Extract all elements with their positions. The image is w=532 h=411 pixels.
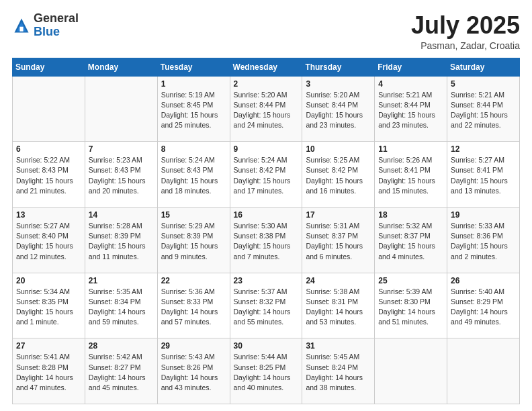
calendar-cell: 18Sunrise: 5:32 AMSunset: 8:37 PMDayligh…	[375, 207, 447, 273]
calendar-cell: 9Sunrise: 5:24 AMSunset: 8:42 PMDaylight…	[230, 142, 302, 208]
day-number: 6	[16, 144, 81, 154]
calendar-cell: 24Sunrise: 5:38 AMSunset: 8:31 PMDayligh…	[302, 273, 375, 338]
calendar-cell: 31Sunrise: 5:45 AMSunset: 8:24 PMDayligh…	[302, 338, 375, 404]
day-number: 30	[234, 341, 299, 351]
day-info: Sunrise: 5:38 AMSunset: 8:31 PMDaylight:…	[306, 287, 371, 328]
calendar-cell	[13, 76, 85, 142]
day-info: Sunrise: 5:19 AMSunset: 8:45 PMDaylight:…	[161, 90, 226, 131]
calendar-cell: 11Sunrise: 5:26 AMSunset: 8:41 PMDayligh…	[375, 142, 447, 208]
col-wednesday: Wednesday	[230, 58, 302, 76]
day-info: Sunrise: 5:36 AMSunset: 8:33 PMDaylight:…	[161, 287, 226, 328]
calendar-week-5: 27Sunrise: 5:41 AMSunset: 8:28 PMDayligh…	[13, 338, 520, 404]
col-sunday: Sunday	[13, 58, 85, 76]
col-thursday: Thursday	[302, 58, 375, 76]
day-number: 1	[161, 79, 226, 89]
calendar-cell: 3Sunrise: 5:20 AMSunset: 8:44 PMDaylight…	[302, 76, 375, 142]
calendar-cell: 7Sunrise: 5:23 AMSunset: 8:43 PMDaylight…	[85, 142, 157, 208]
day-number: 24	[306, 276, 371, 285]
calendar-cell: 16Sunrise: 5:30 AMSunset: 8:38 PMDayligh…	[230, 207, 302, 273]
day-info: Sunrise: 5:23 AMSunset: 8:43 PMDaylight:…	[89, 155, 154, 196]
location: Pasman, Zadar, Croatia	[411, 40, 520, 51]
day-number: 5	[451, 79, 516, 89]
calendar-cell: 30Sunrise: 5:44 AMSunset: 8:25 PMDayligh…	[230, 338, 302, 404]
day-number: 14	[89, 210, 154, 220]
day-number: 29	[161, 341, 226, 351]
day-number: 20	[16, 276, 81, 285]
day-info: Sunrise: 5:21 AMSunset: 8:44 PMDaylight:…	[378, 90, 443, 131]
day-info: Sunrise: 5:32 AMSunset: 8:37 PMDaylight:…	[378, 221, 443, 262]
day-number: 18	[378, 210, 443, 220]
calendar-cell: 29Sunrise: 5:43 AMSunset: 8:26 PMDayligh…	[157, 338, 230, 404]
logo-general-text: General	[34, 11, 79, 25]
day-info: Sunrise: 5:44 AMSunset: 8:25 PMDaylight:…	[234, 352, 299, 393]
day-number: 25	[378, 276, 443, 285]
day-info: Sunrise: 5:43 AMSunset: 8:26 PMDaylight:…	[161, 352, 226, 393]
day-info: Sunrise: 5:34 AMSunset: 8:35 PMDaylight:…	[16, 287, 81, 328]
calendar-cell: 28Sunrise: 5:42 AMSunset: 8:27 PMDayligh…	[85, 338, 157, 404]
header: General Blue July 2025 Pasman, Zadar, Cr…	[12, 12, 520, 51]
col-tuesday: Tuesday	[157, 58, 230, 76]
day-info: Sunrise: 5:33 AMSunset: 8:36 PMDaylight:…	[451, 221, 516, 262]
day-number: 8	[161, 144, 226, 154]
calendar-week-3: 13Sunrise: 5:27 AMSunset: 8:40 PMDayligh…	[13, 207, 520, 273]
logo-text: General Blue	[34, 12, 79, 39]
col-monday: Monday	[85, 58, 157, 76]
day-number: 13	[16, 210, 81, 220]
day-info: Sunrise: 5:42 AMSunset: 8:27 PMDaylight:…	[89, 352, 154, 393]
logo: General Blue	[12, 12, 79, 39]
day-number: 4	[378, 79, 443, 89]
calendar-cell: 12Sunrise: 5:27 AMSunset: 8:41 PMDayligh…	[447, 142, 520, 208]
calendar-cell: 14Sunrise: 5:28 AMSunset: 8:39 PMDayligh…	[85, 207, 157, 273]
day-number: 19	[451, 210, 516, 220]
day-info: Sunrise: 5:21 AMSunset: 8:44 PMDaylight:…	[451, 90, 516, 131]
svg-rect-2	[19, 27, 23, 32]
day-number: 31	[306, 341, 371, 351]
day-number: 27	[16, 341, 81, 351]
day-info: Sunrise: 5:27 AMSunset: 8:40 PMDaylight:…	[16, 221, 81, 262]
calendar-cell: 20Sunrise: 5:34 AMSunset: 8:35 PMDayligh…	[13, 273, 85, 338]
calendar-cell: 21Sunrise: 5:35 AMSunset: 8:34 PMDayligh…	[85, 273, 157, 338]
calendar-cell: 6Sunrise: 5:22 AMSunset: 8:43 PMDaylight…	[13, 142, 85, 208]
calendar-week-2: 6Sunrise: 5:22 AMSunset: 8:43 PMDaylight…	[13, 142, 520, 208]
day-number: 17	[306, 210, 371, 220]
day-number: 16	[234, 210, 299, 220]
day-number: 3	[306, 79, 371, 89]
day-info: Sunrise: 5:25 AMSunset: 8:42 PMDaylight:…	[306, 155, 371, 196]
day-info: Sunrise: 5:24 AMSunset: 8:43 PMDaylight:…	[161, 155, 226, 196]
header-row: Sunday Monday Tuesday Wednesday Thursday…	[13, 58, 520, 76]
day-info: Sunrise: 5:40 AMSunset: 8:29 PMDaylight:…	[451, 287, 516, 328]
day-number: 22	[161, 276, 226, 285]
calendar-cell	[447, 338, 520, 404]
day-info: Sunrise: 5:31 AMSunset: 8:37 PMDaylight:…	[306, 221, 371, 262]
day-number: 28	[89, 341, 154, 351]
calendar-cell: 5Sunrise: 5:21 AMSunset: 8:44 PMDaylight…	[447, 76, 520, 142]
day-info: Sunrise: 5:35 AMSunset: 8:34 PMDaylight:…	[89, 287, 154, 328]
day-info: Sunrise: 5:26 AMSunset: 8:41 PMDaylight:…	[378, 155, 443, 196]
day-number: 21	[89, 276, 154, 285]
calendar-cell	[375, 338, 447, 404]
calendar-header: Sunday Monday Tuesday Wednesday Thursday…	[13, 58, 520, 76]
col-friday: Friday	[375, 58, 447, 76]
logo-icon	[12, 16, 31, 35]
calendar-cell: 22Sunrise: 5:36 AMSunset: 8:33 PMDayligh…	[157, 273, 230, 338]
month-year: July 2025	[411, 12, 520, 39]
day-info: Sunrise: 5:27 AMSunset: 8:41 PMDaylight:…	[451, 155, 516, 196]
day-info: Sunrise: 5:45 AMSunset: 8:24 PMDaylight:…	[306, 352, 371, 393]
calendar-cell: 19Sunrise: 5:33 AMSunset: 8:36 PMDayligh…	[447, 207, 520, 273]
day-info: Sunrise: 5:41 AMSunset: 8:28 PMDaylight:…	[16, 352, 81, 393]
calendar-week-1: 1Sunrise: 5:19 AMSunset: 8:45 PMDaylight…	[13, 76, 520, 142]
day-number: 11	[378, 144, 443, 154]
day-info: Sunrise: 5:20 AMSunset: 8:44 PMDaylight:…	[234, 90, 299, 131]
logo-blue-text: Blue	[34, 25, 60, 38]
calendar-cell: 26Sunrise: 5:40 AMSunset: 8:29 PMDayligh…	[447, 273, 520, 338]
calendar-cell: 23Sunrise: 5:37 AMSunset: 8:32 PMDayligh…	[230, 273, 302, 338]
calendar-cell	[85, 76, 157, 142]
calendar-body: 1Sunrise: 5:19 AMSunset: 8:45 PMDaylight…	[13, 76, 520, 404]
calendar-cell: 8Sunrise: 5:24 AMSunset: 8:43 PMDaylight…	[157, 142, 230, 208]
page: General Blue July 2025 Pasman, Zadar, Cr…	[0, 0, 532, 411]
calendar-cell: 10Sunrise: 5:25 AMSunset: 8:42 PMDayligh…	[302, 142, 375, 208]
day-number: 9	[234, 144, 299, 154]
calendar-cell: 15Sunrise: 5:29 AMSunset: 8:39 PMDayligh…	[157, 207, 230, 273]
day-info: Sunrise: 5:30 AMSunset: 8:38 PMDaylight:…	[234, 221, 299, 262]
col-saturday: Saturday	[447, 58, 520, 76]
